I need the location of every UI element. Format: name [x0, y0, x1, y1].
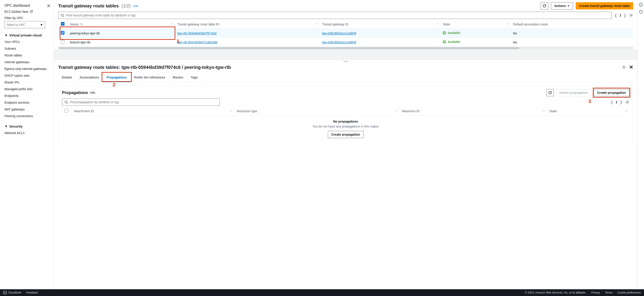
detail-settings-button[interactable] — [622, 65, 626, 69]
svg-point-5 — [624, 67, 624, 68]
privacy-link[interactable]: Privacy — [591, 291, 600, 294]
refresh-button[interactable] — [540, 2, 548, 9]
select-all-checkbox[interactable] — [61, 22, 64, 26]
ec2-global-view-link[interactable]: EC2 Global View — [4, 10, 54, 13]
nav-endpoints[interactable]: Endpoints — [4, 92, 54, 99]
info-link[interactable]: info — [90, 91, 95, 95]
nav-network-acls[interactable]: Network ACLs — [4, 130, 54, 136]
cookies-link[interactable]: Cookie preferences — [618, 291, 641, 294]
nav-nat-gateways[interactable]: NAT gateways — [4, 106, 54, 113]
col-resource-type[interactable]: Resource type▽ — [234, 107, 399, 116]
create-propagation-button-empty[interactable]: Create propagation — [328, 131, 364, 138]
actions-button[interactable]: Actions ▼ — [551, 2, 573, 9]
caret-down-icon: ▼ — [567, 4, 570, 7]
tgw-id-link[interactable]: tgw-00bc80cbce1cdd54f — [322, 40, 356, 44]
tab-details[interactable]: Details — [58, 73, 76, 82]
col-default-assoc[interactable]: Default association route — [510, 20, 633, 29]
split-handle[interactable] — [54, 60, 637, 63]
svg-point-2 — [631, 15, 632, 16]
vpc-select[interactable]: Select a VPC ▼ — [4, 21, 45, 28]
tab-associations[interactable]: Associations — [76, 73, 103, 82]
filter-by-vpc-label: Filter by VPC: — [4, 16, 54, 20]
feedback-link[interactable]: Feedback — [26, 291, 38, 294]
page-count: (1/2) — [122, 3, 131, 8]
info-link[interactable]: info — [134, 4, 138, 8]
detail-close-button[interactable]: ✕ — [629, 64, 633, 70]
delete-propagation-button: Delete propagation — [556, 89, 592, 96]
col-rtb-id[interactable]: Transit gateway route table ID▽ — [174, 20, 319, 29]
refresh-button[interactable] — [546, 89, 554, 96]
nav-subnets[interactable]: Subnets — [4, 45, 54, 52]
row-def-assoc: No — [510, 38, 633, 47]
table-settings-button[interactable] — [629, 13, 633, 17]
rtb-id-link[interactable]: tgw-rtb-05944bd39d7f074c6 — [177, 31, 216, 35]
empty-title: No propagations — [62, 120, 629, 123]
row-checkbox[interactable] — [61, 31, 64, 35]
pager-page: 1 — [620, 13, 621, 17]
section-security[interactable]: ▼ Security — [4, 124, 54, 128]
create-propagation-button[interactable]: Create propagation — [594, 89, 629, 96]
refresh-icon — [542, 4, 546, 8]
propagations-title: Propagations — [62, 90, 88, 95]
table-row[interactable]: peering-tokyo-tgw-rtb tgw-rtb-05944bd39d… — [58, 29, 633, 38]
nav-internet-gateways[interactable]: Internet gateways — [4, 59, 54, 65]
route-tables-pane: Transit gateway route tables (1/2) info … — [54, 0, 637, 49]
sort-caret-icon: ▽ — [436, 22, 438, 25]
pager-prev[interactable]: ❮ — [614, 13, 617, 17]
ec2-global-label: EC2 Global View — [4, 10, 28, 13]
nav-elastic-ips[interactable]: Elastic IPs — [4, 79, 54, 86]
col-state[interactable]: State▽ — [440, 20, 510, 29]
section-vpc[interactable]: ▼ Virtual private cloud — [4, 33, 54, 37]
info-circle-icon[interactable] — [639, 3, 643, 7]
footer: CloudShell Feedback © 2024, Amazon Web S… — [0, 289, 644, 296]
propagations-search[interactable] — [62, 99, 220, 106]
route-tables-table-wrap: Name ✎ ▽ Transit gateway route table ID▽… — [58, 20, 633, 49]
propagations-pager: ❮ 1 ❯ — [610, 100, 622, 104]
col-state[interactable]: State▽ — [547, 107, 629, 116]
pager-prev[interactable]: ❮ — [610, 100, 613, 104]
route-tables-table: Name ✎ ▽ Transit gateway route table ID▽… — [58, 20, 633, 47]
table-row[interactable]: branch-tgw-rtb 1 tgw-rtb-0b41b05d47cdd24… — [58, 38, 633, 47]
nav-managed-prefix-lists[interactable]: Managed prefix lists — [4, 86, 54, 92]
pager-next[interactable]: ❯ — [620, 100, 622, 104]
route-table-details-pane: Transit gateway route tables: tgw-rtb-05… — [54, 63, 637, 289]
terms-link[interactable]: Terms — [605, 291, 612, 294]
col-attachment-id[interactable]: Attachment ID▽ — [71, 107, 234, 116]
nav-peering-connections[interactable]: Peering connections — [4, 113, 54, 120]
nav-dhcp-option-sets[interactable]: DHCP option sets — [4, 72, 54, 79]
nav-endpoint-services[interactable]: Endpoint services — [4, 99, 54, 106]
propagations-panel: Propagations info Delete propagation Cre… — [58, 86, 633, 146]
propagations-table: Attachment ID▽ Resource type▽ Resource I… — [62, 107, 629, 116]
select-all-checkbox[interactable] — [65, 109, 68, 113]
cloudshell-button[interactable]: CloudShell — [3, 291, 21, 295]
row-def-assoc: No — [510, 29, 633, 38]
nav-your-vpcs[interactable]: Your VPCs — [4, 38, 54, 45]
tab-propagations[interactable]: Propagations — [103, 73, 130, 82]
shield-icon[interactable] — [639, 10, 643, 14]
detail-title: Transit gateway route tables: tgw-rtb-05… — [58, 65, 619, 70]
row-checkbox[interactable] — [61, 40, 64, 44]
col-tgw-id[interactable]: Transit gateway ID▽ — [319, 20, 440, 29]
rtb-id-link[interactable]: tgw-rtb-0b41b05d47cdd24d9 — [177, 40, 218, 44]
tgw-id-link[interactable]: tgw-00bc80cbce1cdd54f — [322, 31, 356, 35]
sort-caret-icon: ▽ — [171, 22, 172, 25]
route-tables-search[interactable] — [58, 12, 612, 19]
tab-tags[interactable]: Tags — [187, 73, 202, 82]
horizontal-scrollbar[interactable] — [58, 47, 633, 49]
table-settings-button[interactable] — [625, 100, 629, 104]
route-tables-search-input[interactable] — [66, 13, 609, 17]
nav-egress-gateways[interactable]: Egress-only internet gateways — [4, 65, 54, 72]
nav-route-tables[interactable]: Route tables — [4, 52, 54, 59]
col-name[interactable]: Name ✎ ▽ — [67, 20, 175, 29]
propagations-search-input[interactable] — [70, 100, 217, 104]
col-resource-id[interactable]: Resource ID▽ — [399, 107, 547, 116]
create-route-table-button[interactable]: Create transit gateway route table — [576, 2, 633, 9]
vpc-select-placeholder: Select a VPC — [6, 23, 25, 26]
pager-next[interactable]: ❯ — [624, 13, 626, 17]
sidebar-close-icon[interactable]: ✕ — [47, 3, 51, 9]
row-name: peering-tokyo-tgw-rtb — [70, 31, 100, 35]
row-name: branch-tgw-rtb — [70, 40, 90, 44]
refresh-icon — [548, 91, 552, 95]
tab-routes[interactable]: Routes — [169, 73, 187, 82]
tab-prefix-list[interactable]: Prefix list references — [131, 73, 169, 82]
